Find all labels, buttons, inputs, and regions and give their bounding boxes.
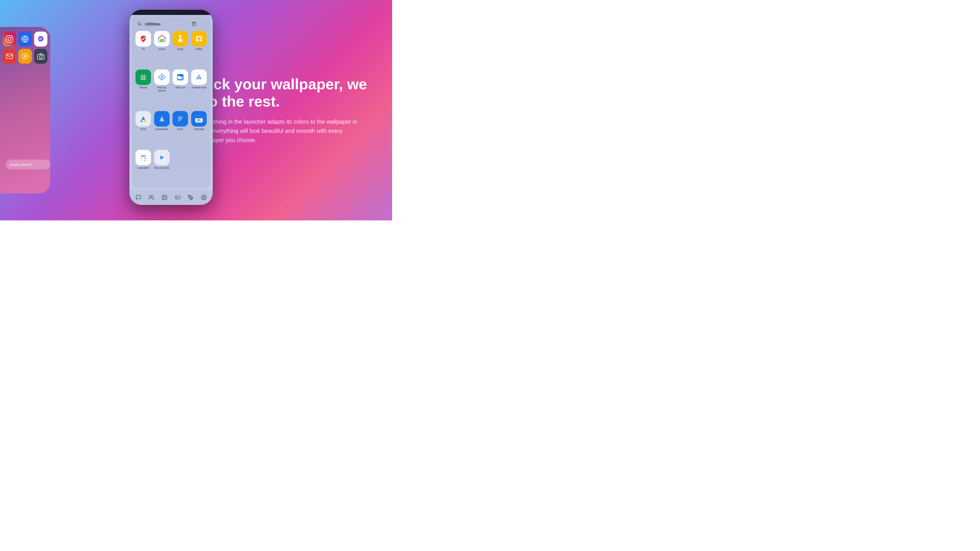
left-app-notes[interactable] <box>34 32 47 46</box>
left-phone-screen: smart search <box>0 27 50 194</box>
downloads-label: Downloads <box>155 128 168 131</box>
svg-rect-38 <box>177 115 184 122</box>
downloads-icon <box>154 111 170 127</box>
svg-rect-17 <box>161 40 162 42</box>
svg-point-10 <box>39 56 42 58</box>
left-app-email[interactable] <box>3 49 16 64</box>
app-item-calendar[interactable]: 31 Calendar <box>190 110 208 147</box>
finddevice-icon <box>154 70 170 85</box>
nav-photo-icon[interactable] <box>160 193 169 202</box>
app-item-fit[interactable]: Fit <box>135 29 152 67</box>
keep-label: Keep <box>177 48 183 51</box>
home-label: Home <box>159 48 165 51</box>
app-item-home[interactable]: Home <box>153 29 171 67</box>
svg-point-31 <box>161 77 162 78</box>
playconsole-icon <box>154 150 170 165</box>
app-grid: Fit Home <box>135 29 208 186</box>
svg-rect-0 <box>6 36 13 42</box>
svg-rect-41 <box>178 119 181 120</box>
app-item-androidauto[interactable]: Android Auto <box>190 68 208 108</box>
keep-icon <box>172 31 188 46</box>
androidauto-label: Android Auto <box>191 86 207 89</box>
smart-search-label: smart search <box>10 162 31 167</box>
svg-rect-39 <box>178 117 182 118</box>
svg-point-12 <box>138 22 141 25</box>
home-icon <box>154 31 170 46</box>
app-item-docs[interactable]: Docs <box>172 110 189 147</box>
svg-point-2 <box>11 37 12 38</box>
calculator-icon: × + ÷ <box>135 150 151 165</box>
androidauto-icon <box>191 70 207 85</box>
drive-label: Drive <box>140 128 146 131</box>
svg-rect-9 <box>37 54 44 59</box>
sheets-icon <box>135 70 151 85</box>
body-text: Everything in the launcher adapts its co… <box>199 117 360 144</box>
phone-left: smart search <box>0 27 50 194</box>
left-app-row-1 <box>3 32 47 46</box>
sheets-label: Sheets <box>139 86 147 89</box>
app-item-playconsole[interactable]: Play Console <box>153 148 171 186</box>
svg-point-16 <box>202 25 203 25</box>
panel-title: Utilities <box>145 22 189 26</box>
phone-main: Utilities <box>129 10 213 205</box>
calendar-icon: 31 <box>191 111 207 127</box>
utilities-header: Utilities <box>135 19 208 29</box>
nav-settings-icon[interactable] <box>199 193 208 202</box>
utilities-panel: Utilities <box>132 17 210 188</box>
nav-draw-icon[interactable] <box>186 193 195 202</box>
svg-point-56 <box>150 195 152 197</box>
svg-rect-4 <box>6 54 13 59</box>
filesgo-icon: GO <box>172 70 188 85</box>
svg-point-1 <box>8 38 11 41</box>
slides-icon <box>191 31 207 46</box>
left-app-instagram[interactable] <box>3 32 16 46</box>
app-item-finddevice[interactable]: Find my device <box>153 68 171 108</box>
more-icon[interactable] <box>199 21 206 27</box>
svg-point-14 <box>202 22 203 23</box>
drive-icon <box>135 111 151 127</box>
fit-label: Fit <box>142 48 145 51</box>
docs-icon <box>172 111 188 127</box>
svg-rect-48 <box>141 155 146 157</box>
svg-text:31: 31 <box>197 118 201 122</box>
svg-point-58 <box>163 196 164 197</box>
app-item-drive[interactable]: Drive <box>135 110 152 147</box>
svg-rect-59 <box>175 196 180 199</box>
app-item-filesgo[interactable]: GO Files Go <box>172 68 189 108</box>
svg-point-60 <box>190 197 191 198</box>
svg-rect-21 <box>198 40 200 41</box>
svg-point-8 <box>25 56 26 57</box>
bag-icon[interactable] <box>191 21 197 27</box>
left-app-browser[interactable] <box>18 32 32 46</box>
svg-rect-18 <box>179 35 182 36</box>
svg-point-15 <box>202 24 203 24</box>
svg-point-11 <box>43 56 43 56</box>
app-item-downloads[interactable]: Downloads <box>153 110 171 147</box>
nav-game-icon[interactable] <box>173 193 182 202</box>
app-item-slides[interactable]: Slides <box>190 29 208 67</box>
playconsole-label: Play Console <box>154 167 169 170</box>
app-item-sheets[interactable]: Sheets <box>135 68 152 108</box>
headline: Pick your wallpaper, we do the rest. <box>199 76 369 110</box>
svg-text:÷: ÷ <box>141 159 142 161</box>
nav-people-icon[interactable] <box>147 193 156 202</box>
svg-point-61 <box>203 197 205 198</box>
search-icon[interactable] <box>136 21 143 27</box>
slides-label: Slides <box>195 48 202 51</box>
svg-text:GO: GO <box>181 77 184 80</box>
phone-screen: Utilities <box>129 15 213 205</box>
smart-search-bar[interactable]: smart search <box>6 160 50 169</box>
bottom-nav <box>129 190 213 205</box>
svg-rect-22 <box>199 41 199 41</box>
nav-chat-icon[interactable] <box>134 193 143 202</box>
left-app-camera[interactable] <box>34 49 47 64</box>
calculator-label: Calculator <box>137 167 149 170</box>
fit-icon <box>135 31 151 46</box>
phone-notch <box>129 10 213 15</box>
svg-rect-53 <box>145 160 146 160</box>
app-item-keep[interactable]: Keep <box>172 29 189 67</box>
svg-rect-40 <box>178 118 182 119</box>
app-item-calculator[interactable]: × + ÷ Calculator <box>135 148 152 186</box>
finddevice-label: Find my device <box>154 86 170 92</box>
left-app-music[interactable] <box>18 49 32 64</box>
